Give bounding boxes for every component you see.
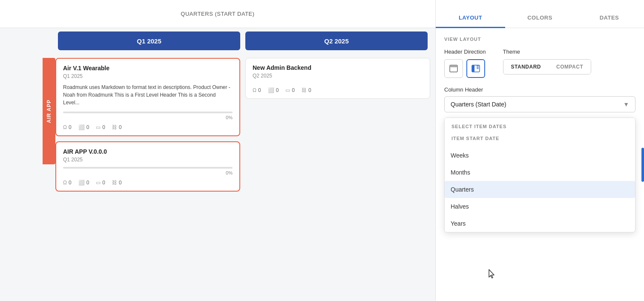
card-description: Roadmunk uses Markdown to format text in… [63,83,233,106]
card-footer: Ω 0 ⬜ 0 ▭ 0 ⛓ [63,124,233,130]
milestone-icon: Ω [63,124,67,130]
milestone-count: 0 [69,124,72,130]
comment-icon: ▭ [96,180,101,186]
cursor-pointer [487,269,497,281]
svg-rect-3 [472,65,474,72]
svg-rect-1 [450,65,457,67]
date-options-list: Weeks Months Quarters Halves Years [445,147,635,232]
comments-count: 0 [292,87,295,93]
card-meta-milestones: Ω 0 [253,87,261,93]
dates-count: 0 [276,87,279,93]
right-panel: LAYOUT COLORS DATES VIEW LAYOUT Header D… [435,0,644,301]
card-air-v1-wearable[interactable]: Air V.1 Wearable Q1 2025 Roadmunk uses M… [55,58,240,136]
roadmap-sidebar: AIR APP [0,54,55,301]
panel-tabs: LAYOUT COLORS DATES [436,0,644,28]
card-meta-comments: ▭ 0 [96,124,105,130]
link-icon: ⛓ [112,180,117,186]
date-option-quarters[interactable]: Quarters [445,181,635,198]
card-meta-comments: ▭ 0 [96,180,105,186]
card-title: Air V.1 Wearable [63,65,233,72]
column-header-label: Column Header [444,86,635,93]
card-progress-bar [63,167,233,169]
card-progress-label: 0% [63,170,233,175]
comments-count: 0 [102,124,105,130]
theme-label: Theme [503,49,592,55]
dates-count: 0 [86,124,89,130]
link-icon: ⛓ [112,124,117,130]
date-option-months[interactable]: Months [445,164,635,181]
date-option-years[interactable]: Years [445,215,635,232]
card-subtitle: Q2 2025 [253,73,423,79]
calendar-icon: ⬜ [78,124,85,130]
cards-columns: Air V.1 Wearable Q1 2025 Roadmunk uses M… [55,54,435,301]
card-subtitle: Q1 2025 [63,73,233,79]
card-meta-links: ⛓ 0 [112,124,122,130]
card-new-admin-backend[interactable]: New Admin Backend Q2 2025 Ω 0 ⬜ 0 [245,58,430,99]
comments-count: 0 [102,180,105,186]
tab-colors[interactable]: COLORS [505,14,575,28]
milestone-icon: Ω [63,180,67,186]
sidebar-tag: AIR APP [43,58,55,164]
tab-dates[interactable]: DATES [575,14,644,28]
link-icon: ⛓ [302,87,307,93]
dropdown-chevron-icon: ▼ [623,101,629,108]
card-meta-dates: ⬜ 0 [268,87,279,93]
card-meta-comments: ▭ 0 [285,87,295,93]
milestone-count: 0 [258,87,261,93]
comment-icon: ▭ [285,87,290,93]
q1-header: Q1 2025 [58,32,240,50]
card-footer: Ω 0 ⬜ 0 ▭ 0 ⛓ [253,87,423,93]
header-column-label: QUARTERS (START DATE) [181,11,254,17]
card-meta-links: ⛓ 0 [112,180,122,186]
select-item-dates-label: SELECT ITEM DATES [451,124,628,129]
dates-count: 0 [86,180,89,186]
layout-horizontal-btn[interactable] [444,59,463,78]
theme-group: Theme STANDARD COMPACT [503,49,592,75]
roadmap-body: AIR APP Air V.1 Wearable Q1 2025 Roadmun… [0,54,435,301]
theme-toggle: STANDARD COMPACT [503,59,592,75]
card-air-app-v000[interactable]: AIR APP V.0.0.0 Q1 2025 0% Ω 0 [55,141,240,192]
q1-cards-column: Air V.1 Wearable Q1 2025 Roadmunk uses M… [55,58,240,297]
links-count: 0 [119,180,122,186]
columns-header-row: Q1 2025 Q2 2025 [0,28,435,54]
card-meta-milestones: Ω 0 [63,180,72,186]
q2-cards-column: New Admin Backend Q2 2025 Ω 0 ⬜ 0 [245,58,430,297]
panel-body: VIEW LAYOUT Header Direction [436,28,644,301]
column-header-dropdown-wrapper[interactable]: Quarters (Start Date) ▼ [444,96,635,112]
icon-btns-row [444,59,486,78]
theme-standard-btn[interactable]: STANDARD [503,60,549,74]
card-meta-dates: ⬜ 0 [78,180,89,186]
view-layout-label: VIEW LAYOUT [444,37,635,42]
date-option-halves[interactable]: Halves [445,198,635,215]
header-direction-label: Header Direction [444,49,486,55]
card-footer: Ω 0 ⬜ 0 ▭ 0 ⛓ [63,180,233,186]
links-count: 0 [308,87,311,93]
milestone-icon: Ω [253,87,256,93]
card-title: New Admin Backend [253,64,423,71]
date-option-weeks[interactable]: Weeks [445,147,635,164]
select-item-dates-section: SELECT ITEM DATES ITEM START DATE [445,118,635,147]
calendar-icon: ⬜ [268,87,274,93]
card-progress-label: 0% [63,115,233,120]
column-header-value: Quarters (Start Date) [451,101,506,108]
panel-scrollbar[interactable] [641,148,644,182]
card-subtitle: Q1 2025 [63,157,233,163]
milestone-count: 0 [69,180,72,186]
theme-compact-btn[interactable]: COMPACT [549,60,591,74]
roadmap-header: QUARTERS (START DATE) [0,0,435,28]
header-direction-group: Header Direction [444,49,486,78]
card-progress-bar [63,112,233,113]
calendar-icon: ⬜ [78,180,85,186]
layout-vertical-btn[interactable] [466,59,485,78]
card-meta-links: ⛓ 0 [302,87,311,93]
links-count: 0 [119,124,122,130]
comment-icon: ▭ [96,124,101,130]
q2-header: Q2 2025 [245,32,428,50]
item-start-date-label: ITEM START DATE [451,136,628,141]
tab-layout[interactable]: LAYOUT [436,14,505,28]
card-meta-dates: ⬜ 0 [78,124,89,130]
card-title: AIR APP V.0.0.0 [63,148,233,155]
dropdown-menu: SELECT ITEM DATES ITEM START DATE Weeks … [444,118,635,232]
card-meta-milestones: Ω 0 [63,124,72,130]
